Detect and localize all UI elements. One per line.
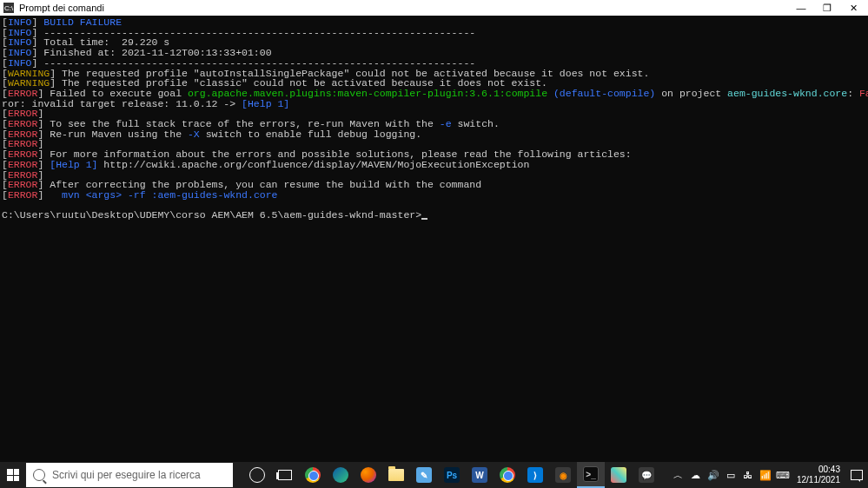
edge-icon [333, 467, 348, 483]
paint-icon [611, 467, 626, 483]
clock-date: 12/11/2021 [797, 475, 840, 485]
minimize-button[interactable]: — [795, 3, 807, 14]
chrome-app[interactable] [299, 462, 327, 488]
search-icon [33, 469, 45, 481]
terminal-output[interactable]: [INFO] BUILD FAILURE[INFO] -------------… [0, 16, 868, 222]
orange-icon: ◉ [555, 467, 571, 483]
system-tray: ︿ ☁ 🔊 ▭ 🖧 📶 ⌨ 00:43 12/11/2021 [670, 462, 868, 488]
tray-keyboard-icon[interactable]: ⌨ [774, 470, 792, 481]
cmd-app-icon: >_ [583, 466, 599, 482]
close-button[interactable]: ✕ [847, 3, 859, 14]
window-title: Prompt dei comandi [19, 3, 104, 13]
clock-time: 00:43 [797, 465, 840, 475]
circle-icon [249, 467, 265, 483]
explorer-app[interactable] [382, 462, 410, 488]
cmd-icon: C:\ [3, 3, 14, 13]
tray-battery-icon[interactable]: ▭ [722, 470, 739, 481]
app-orange[interactable]: ◉ [549, 462, 577, 488]
terminal-line: [ERROR] mvn <args> -rf :aem-guides-wknd.… [2, 190, 866, 201]
chat-icon: 💬 [639, 467, 654, 483]
tray-network-icon[interactable]: 🖧 [739, 470, 757, 480]
taskbar: Scrivi qui per eseguire la ricerca ✎ Ps … [0, 462, 868, 488]
maximize-button[interactable]: ❐ [821, 3, 833, 14]
notepad-app[interactable]: ✎ [410, 462, 438, 488]
tray-onedrive-icon[interactable]: ☁ [687, 470, 705, 481]
terminal-prompt[interactable]: C:\Users\ruutu\Desktop\UDEMY\corso AEM\A… [2, 210, 866, 221]
word-app[interactable]: W [466, 462, 494, 488]
cursor [421, 218, 427, 220]
search-placeholder: Scrivi qui per eseguire la ricerca [52, 469, 201, 481]
taskbar-search[interactable]: Scrivi qui per eseguire la ricerca [26, 463, 233, 487]
tray-chevron-icon[interactable]: ︿ [670, 469, 687, 482]
vscode-app[interactable]: ⟩ [521, 462, 549, 488]
terminal-line: ror: invalid target release: 11.0.12 -> … [2, 99, 866, 109]
word-icon: W [472, 467, 487, 483]
chat-app[interactable]: 💬 [633, 462, 660, 488]
notepad-icon: ✎ [416, 467, 432, 483]
taskview-button[interactable] [271, 462, 299, 488]
terminal-line: [ERROR] [Help 1] http://cwiki.apache.org… [2, 160, 866, 170]
photoshop-app[interactable]: Ps [438, 462, 466, 488]
vscode-icon: ⟩ [527, 467, 543, 483]
firefox-icon [361, 467, 376, 483]
window-titlebar: C:\ Prompt dei comandi — ❐ ✕ [0, 0, 868, 16]
firefox-app[interactable] [354, 462, 382, 488]
edge-app[interactable] [327, 462, 354, 488]
notification-icon [851, 470, 863, 480]
windows-logo-icon [7, 469, 19, 481]
terminal-line: [ERROR] Re-run Maven using the -X switch… [2, 129, 866, 140]
chrome-icon [305, 467, 321, 483]
cortana-button[interactable] [243, 462, 271, 488]
taskview-icon [278, 470, 292, 480]
tray-wifi-icon[interactable]: 📶 [757, 470, 774, 481]
cmd-app[interactable]: >_ [577, 462, 605, 488]
paint-app[interactable] [605, 462, 633, 488]
chrome-icon [500, 467, 515, 483]
start-button[interactable] [0, 462, 26, 488]
taskbar-apps: ✎ Ps W ⟩ ◉ >_ 💬 [243, 462, 660, 488]
photoshop-icon: Ps [444, 467, 460, 483]
chrome-app-2[interactable] [494, 462, 521, 488]
taskbar-clock[interactable]: 00:43 12/11/2021 [792, 465, 845, 485]
action-center-button[interactable] [845, 470, 868, 480]
tray-volume-icon[interactable]: 🔊 [705, 470, 722, 481]
folder-icon [388, 469, 404, 481]
